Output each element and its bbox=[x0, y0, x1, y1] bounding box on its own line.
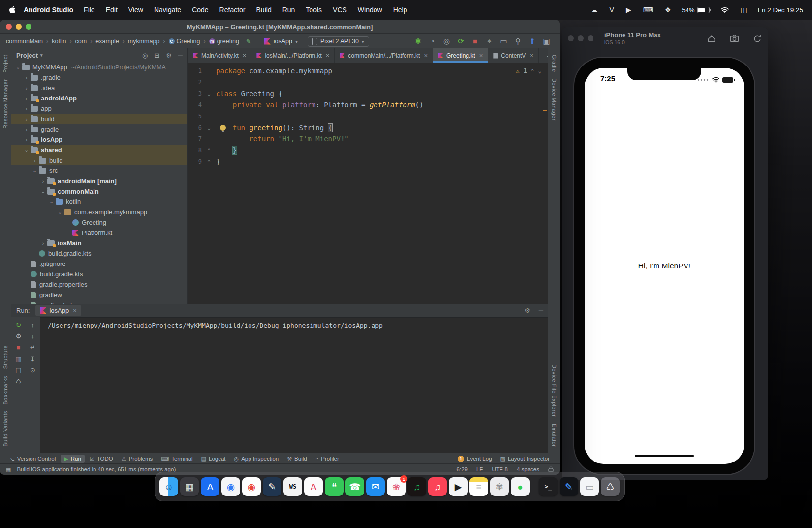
breadcrumb-example[interactable]: example bbox=[95, 38, 119, 45]
tree-item-app[interactable]: ›app bbox=[11, 103, 187, 114]
close-icon[interactable]: × bbox=[73, 307, 77, 314]
dock-app-store[interactable]: A bbox=[201, 477, 219, 496]
run-settings-icon[interactable]: ⚙ bbox=[524, 307, 530, 314]
fold-icon[interactable]: ⌃ bbox=[202, 145, 216, 156]
chevron-down-icon[interactable]: ⌄ bbox=[48, 198, 55, 205]
menu-help[interactable]: Help bbox=[388, 6, 413, 14]
stripe-bookmarks[interactable]: Bookmarks bbox=[2, 376, 8, 405]
next-warning-icon[interactable]: ⌄ bbox=[538, 66, 541, 77]
run-tab-iosapp[interactable]: iosApp × bbox=[35, 305, 81, 316]
chevron-down-icon[interactable]: ⌄ bbox=[14, 64, 22, 70]
display-icon[interactable]: ⌨ bbox=[643, 6, 653, 14]
apply-changes-icon[interactable]: ⟳ bbox=[457, 37, 465, 46]
stripe-gradle[interactable]: Gradle bbox=[551, 55, 557, 72]
ar-tools-icon[interactable]: ▣ bbox=[542, 37, 551, 46]
up-stack-trace-icon[interactable]: ↑ bbox=[31, 321, 34, 329]
menu-navigate[interactable]: Navigate bbox=[149, 6, 187, 14]
toolbar-logcat[interactable]: ▤Logcat bbox=[198, 455, 229, 463]
chevron-right-icon[interactable]: › bbox=[23, 75, 30, 81]
close-icon[interactable]: × bbox=[479, 52, 483, 59]
dock-spotify[interactable]: ♫ bbox=[407, 477, 426, 496]
chevron-right-icon[interactable]: › bbox=[39, 178, 47, 184]
tree-item-iosapp[interactable]: ›iosApp bbox=[11, 134, 187, 145]
toolbar-terminal[interactable]: ⌨Terminal bbox=[157, 455, 196, 463]
collapse-all-icon[interactable]: ⊟ bbox=[154, 52, 159, 59]
stop-icon[interactable]: ■ bbox=[471, 37, 479, 46]
active-app-name[interactable]: Android Studio bbox=[24, 6, 73, 14]
close-icon[interactable]: × bbox=[424, 52, 428, 59]
rotate-icon[interactable] bbox=[753, 34, 762, 43]
tab-commonmain-platform-kt[interactable]: commonMain/.../Platform.kt× bbox=[335, 48, 433, 63]
inspections-widget[interactable]: ⚠ 1 ⌃ ⌄ bbox=[516, 66, 541, 77]
stripe-build-variants[interactable]: Build Variants bbox=[2, 411, 8, 447]
minimize-panel-icon[interactable]: ─ bbox=[539, 307, 543, 314]
user-switch-icon[interactable]: ◫ bbox=[740, 6, 747, 14]
close-icon[interactable]: × bbox=[243, 52, 247, 59]
chevron-right-icon[interactable]: › bbox=[23, 96, 30, 101]
tree-item-iosmain[interactable]: ›iosMain bbox=[11, 238, 187, 248]
toolbar-version-control[interactable]: ⌥Version Control bbox=[5, 455, 59, 463]
apple-menu-icon[interactable] bbox=[9, 6, 16, 14]
panel-settings-icon[interactable]: ⚙ bbox=[166, 52, 172, 59]
dock-tv[interactable]: ▶ bbox=[449, 477, 468, 496]
menu-window[interactable]: Window bbox=[352, 6, 388, 14]
breadcrumb-commonmain[interactable]: commonMain bbox=[6, 38, 43, 45]
tree-item-gradle[interactable]: ›.gradle bbox=[11, 72, 187, 83]
toolbar-profiler[interactable]: ◔Profiler bbox=[312, 455, 343, 462]
chevron-right-icon[interactable]: › bbox=[23, 106, 30, 112]
toolbar-run[interactable]: ▶Run bbox=[61, 455, 85, 463]
stop-icon[interactable]: ■ bbox=[17, 344, 21, 351]
profiler-icon[interactable]: ◔ bbox=[428, 37, 437, 46]
clear-all-icon[interactable]: ♺ bbox=[16, 378, 22, 385]
zoom-window-button[interactable] bbox=[588, 35, 593, 41]
breadcrumb-greeting[interactable]: CGreeting bbox=[169, 38, 200, 45]
rerun-icon[interactable]: ↻ bbox=[16, 321, 21, 329]
tree-item-shared[interactable]: ⌄shared bbox=[11, 145, 187, 155]
tree-item-gradle-properties[interactable]: gradle.properties bbox=[11, 279, 187, 290]
prev-warning-icon[interactable]: ⌃ bbox=[531, 66, 534, 77]
toolbar-layout-inspector[interactable]: ▧Layout Inspector bbox=[497, 455, 553, 463]
breadcrumb-kotlin[interactable]: kotlin bbox=[52, 38, 66, 45]
dock-terminal[interactable]: >_ bbox=[539, 477, 558, 496]
menu-file[interactable]: File bbox=[78, 6, 100, 14]
tree-item-gitignore[interactable]: .gitignore bbox=[11, 259, 187, 269]
hub-icon[interactable]: ❖ bbox=[665, 6, 671, 14]
tree-item-gradlew[interactable]: gradlew bbox=[11, 290, 187, 300]
dock-safari[interactable]: ◉ bbox=[221, 477, 240, 496]
dock-launchpad[interactable]: ▦ bbox=[180, 477, 199, 496]
menu-tools[interactable]: Tools bbox=[300, 6, 327, 14]
dock-chrome[interactable]: ◉ bbox=[242, 477, 261, 496]
hide-panel-icon[interactable]: ─ bbox=[178, 52, 183, 59]
down-stack-trace-icon[interactable]: ↓ bbox=[31, 332, 34, 340]
chevron-down-icon[interactable]: ⌄ bbox=[39, 188, 47, 195]
close-icon[interactable]: × bbox=[326, 52, 330, 59]
dock-webstorm[interactable]: WS bbox=[283, 477, 302, 496]
tree-item-androidapp[interactable]: ›androidApp bbox=[11, 93, 187, 103]
tree-item-greeting[interactable]: Greeting bbox=[11, 217, 187, 228]
search-everywhere-icon[interactable]: ⚲ bbox=[514, 37, 522, 46]
dock-mail[interactable]: ✉ bbox=[366, 477, 385, 496]
minimize-window-button[interactable] bbox=[578, 35, 584, 41]
tree-item-platform-kt[interactable]: Platform.kt bbox=[11, 228, 187, 238]
print-icon[interactable]: ▤ bbox=[15, 366, 21, 374]
tree-item-androidmain-main[interactable]: ›androidMain [main] bbox=[11, 176, 187, 186]
dock-a-app[interactable]: A bbox=[304, 477, 323, 496]
tree-item-build-gradle-kts[interactable]: build.gradle.kts bbox=[11, 269, 187, 279]
chevron-down-icon[interactable]: ⌄ bbox=[56, 209, 63, 215]
menu-run[interactable]: Run bbox=[277, 6, 301, 14]
toolbar-problems[interactable]: ⚠Problems bbox=[118, 455, 156, 463]
iphone-screen[interactable]: 7:25 Hi, I'm MienPV! bbox=[585, 68, 744, 464]
tree-item-com-example-mykmmapp[interactable]: ⌄com.example.mykmmapp bbox=[11, 207, 187, 217]
home-icon[interactable] bbox=[707, 34, 716, 43]
menu-build[interactable]: Build bbox=[251, 6, 277, 14]
dock-textedit[interactable]: ▭ bbox=[580, 477, 599, 496]
chevron-right-icon[interactable]: › bbox=[23, 85, 30, 91]
menubar-clock[interactable]: Fri 2 Dec 19:25 bbox=[758, 6, 803, 14]
dock-green-app[interactable]: ● bbox=[511, 477, 530, 496]
dock-finder[interactable]: ☺ bbox=[159, 477, 178, 496]
toolbar-event-log[interactable]: 1Event Log bbox=[454, 455, 496, 463]
stripe-emulator[interactable]: Emulator bbox=[551, 424, 557, 447]
play-status-icon[interactable]: ▶ bbox=[626, 6, 631, 14]
device-manager-icon[interactable]: ▭ bbox=[500, 37, 508, 46]
chevron-right-icon[interactable]: › bbox=[23, 116, 30, 122]
